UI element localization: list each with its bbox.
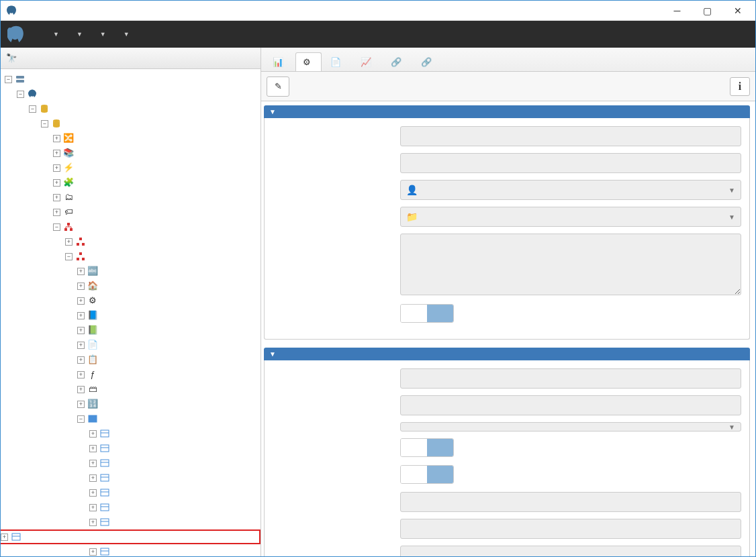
- tree-fts-dictionaries[interactable]: +📘: [1, 308, 261, 323]
- field-comment[interactable]: [400, 234, 741, 295]
- label-has-oids: [273, 438, 400, 442]
- tab-statistics[interactable]: 📈: [353, 52, 382, 71]
- tree-event-triggers[interactable]: +⚡: [1, 160, 261, 175]
- svg-rect-32: [101, 548, 109, 555]
- gear-icon: ⚙: [303, 57, 311, 67]
- tree-fdw[interactable]: +🗂: [1, 190, 261, 205]
- field-inh-count[interactable]: [400, 395, 741, 415]
- tree-schema-olol[interactable]: +: [1, 234, 261, 249]
- menu-object[interactable]: ▼: [74, 31, 83, 38]
- svg-rect-26: [101, 504, 109, 511]
- minimize-button[interactable]: ─: [662, 1, 692, 20]
- tree-table-category[interactable]: +: [1, 470, 261, 485]
- foreign-table-icon: 📋: [87, 354, 98, 365]
- field-name[interactable]: [400, 126, 741, 146]
- svg-rect-8: [77, 243, 79, 246]
- tree-table-city[interactable]: +: [1, 500, 261, 515]
- label-name: [273, 126, 400, 130]
- table-icon: [99, 472, 110, 483]
- tab-properties[interactable]: ⚙: [295, 52, 322, 71]
- svg-rect-1: [16, 80, 24, 83]
- label-system-table: [273, 304, 400, 308]
- tree-extensions[interactable]: +🧩: [1, 175, 261, 190]
- maximize-button[interactable]: ▢: [692, 1, 722, 20]
- tree-foreign-tables[interactable]: +📋: [1, 352, 261, 367]
- tab-sql[interactable]: 📄: [323, 52, 352, 71]
- language-icon: 🏷: [63, 207, 74, 217]
- menu-tools[interactable]: ▼: [97, 31, 106, 38]
- tab-dependents[interactable]: 🔗: [414, 52, 442, 71]
- field-oid[interactable]: [400, 153, 741, 173]
- menu-file[interactable]: ▼: [50, 31, 59, 38]
- svg-rect-30: [12, 534, 20, 540]
- menu-help[interactable]: ▼: [121, 31, 130, 38]
- fts-parser-icon: 📗: [87, 325, 98, 336]
- tree-languages[interactable]: +🏷: [1, 205, 261, 219]
- field-primary-key[interactable]: [400, 492, 741, 512]
- tree-table-capitals[interactable]: +: [1, 456, 261, 470]
- section-advanced-header[interactable]: ▼: [264, 348, 750, 360]
- tree-schemas[interactable]: −: [1, 219, 261, 234]
- table-icon: [99, 546, 110, 556]
- section-general-header[interactable]: ▼: [264, 105, 750, 118]
- domain-icon: 🏠: [87, 281, 98, 291]
- section-advanced: ▼: [264, 360, 750, 556]
- fdw-icon: 🗂: [63, 192, 74, 203]
- tree-db-postgres[interactable]: −: [1, 116, 261, 131]
- svg-rect-24: [101, 489, 109, 496]
- table-icon: [99, 487, 110, 498]
- tree-table-address[interactable]: +: [1, 441, 261, 456]
- field-rows-est[interactable]: [400, 519, 741, 539]
- tree-fts-parsers[interactable]: +📗: [1, 323, 261, 338]
- label-rows-est: [273, 519, 400, 523]
- tree-table-country[interactable]: +: [1, 515, 261, 529]
- elephant-icon: [7, 26, 25, 43]
- tab-dependencies[interactable]: 🔗: [383, 52, 412, 71]
- fts-dict-icon: 📘: [87, 310, 98, 321]
- select-of-type[interactable]: ▼: [400, 422, 741, 432]
- select-owner[interactable]: 👤▼: [400, 180, 741, 200]
- toggle-unlogged[interactable]: [400, 465, 454, 484]
- tree-fts-configurations[interactable]: +⚙: [1, 293, 261, 308]
- info-button[interactable]: i: [730, 77, 750, 96]
- svg-rect-20: [101, 460, 109, 466]
- tree-fts-templates[interactable]: +📄: [1, 338, 261, 352]
- svg-rect-0: [16, 76, 24, 79]
- tree-table-film-actor[interactable]: +: [1, 544, 261, 556]
- close-button[interactable]: ✕: [722, 1, 753, 20]
- field-rows-cnt[interactable]: [400, 546, 741, 556]
- tree-databases[interactable]: −: [1, 101, 261, 116]
- label-rows-cnt: [273, 546, 400, 550]
- label-unlogged: [273, 465, 400, 469]
- tree-servers[interactable]: −: [1, 72, 261, 87]
- label-of-type: [273, 422, 400, 426]
- table-icon: [99, 428, 110, 439]
- object-tree[interactable]: − − − − +🔀 +📚 +⚡ +🧩 +🗂 +🏷 − + − +🔤 +🏠 +⚙…: [1, 69, 261, 556]
- toggle-has-oids[interactable]: [400, 438, 454, 457]
- tree-collations[interactable]: +🔤: [1, 264, 261, 278]
- table-icon: [99, 517, 110, 527]
- svg-rect-12: [82, 258, 85, 260]
- user-icon: 👤: [406, 185, 418, 195]
- tree-materialized-views[interactable]: +🗃: [1, 382, 261, 397]
- svg-rect-16: [101, 430, 109, 437]
- tree-sequences[interactable]: +🔢: [1, 397, 261, 411]
- tree-table-cities[interactable]: +: [1, 485, 261, 500]
- tree-catalogs[interactable]: +📚: [1, 146, 261, 160]
- dashboard-icon: 📊: [273, 57, 283, 67]
- tab-dashboard[interactable]: 📊: [265, 52, 294, 71]
- edit-button[interactable]: ✎: [267, 77, 289, 97]
- tree-server[interactable]: −: [1, 87, 261, 101]
- field-inh-from[interactable]: [400, 368, 741, 389]
- tree-table-actor[interactable]: +: [1, 426, 261, 441]
- tree-table-film[interactable]: +: [1, 529, 261, 544]
- tree-domains[interactable]: +🏠: [1, 278, 261, 293]
- select-tablespace[interactable]: 📁▼: [400, 207, 741, 227]
- function-icon: ƒ: [87, 369, 98, 380]
- toggle-system-table[interactable]: [400, 304, 454, 323]
- database-icon: [51, 118, 62, 129]
- tree-schema-public[interactable]: −: [1, 249, 261, 264]
- tree-functions[interactable]: +ƒ: [1, 367, 261, 382]
- tree-tables[interactable]: −: [1, 411, 261, 426]
- tree-casts[interactable]: +🔀: [1, 131, 261, 146]
